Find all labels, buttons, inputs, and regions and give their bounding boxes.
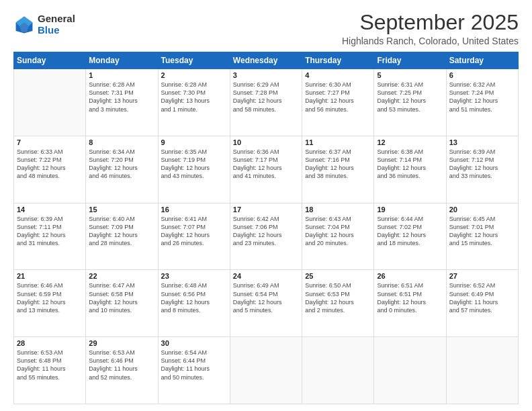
day-number: 27 — [449, 272, 515, 280]
day-number: 7 — [17, 138, 83, 146]
day-info: Sunrise: 6:40 AM Sunset: 7:09 PM Dayligh… — [89, 216, 138, 246]
calendar-cell: 9Sunrise: 6:35 AM Sunset: 7:19 PM Daylig… — [158, 136, 230, 203]
day-info: Sunrise: 6:37 AM Sunset: 7:16 PM Dayligh… — [305, 148, 354, 179]
day-number: 13 — [449, 138, 515, 146]
day-number: 8 — [89, 138, 154, 146]
col-wednesday: Wednesday — [230, 52, 302, 69]
calendar-cell: 5Sunrise: 6:31 AM Sunset: 7:25 PM Daylig… — [374, 69, 446, 136]
logo-icon — [13, 14, 35, 36]
page: General Blue September 2025 Highlands Ra… — [0, 0, 532, 411]
day-number: 19 — [377, 205, 443, 214]
calendar-cell: 22Sunrise: 6:47 AM Sunset: 6:58 PM Dayli… — [86, 270, 158, 337]
title-block: September 2025 Highlands Ranch, Colorado… — [342, 11, 519, 46]
calendar-week-4: 21Sunrise: 6:46 AM Sunset: 6:59 PM Dayli… — [14, 270, 519, 337]
day-info: Sunrise: 6:42 AM Sunset: 7:06 PM Dayligh… — [233, 216, 282, 246]
calendar-cell: 20Sunrise: 6:45 AM Sunset: 7:01 PM Dayli… — [446, 203, 518, 270]
logo: General Blue — [13, 13, 75, 36]
logo-general: General — [38, 13, 75, 25]
calendar-cell — [230, 337, 302, 404]
day-info: Sunrise: 6:34 AM Sunset: 7:20 PM Dayligh… — [89, 148, 138, 179]
day-number: 6 — [449, 71, 515, 79]
day-number: 25 — [305, 272, 371, 280]
calendar-week-5: 28Sunrise: 6:53 AM Sunset: 6:48 PM Dayli… — [14, 337, 519, 404]
day-number: 11 — [305, 138, 371, 146]
day-info: Sunrise: 6:38 AM Sunset: 7:14 PM Dayligh… — [377, 148, 426, 179]
day-number: 29 — [89, 339, 154, 347]
day-info: Sunrise: 6:46 AM Sunset: 6:59 PM Dayligh… — [17, 282, 66, 313]
calendar-header-row: Sunday Monday Tuesday Wednesday Thursday… — [14, 52, 519, 69]
calendar-cell: 7Sunrise: 6:33 AM Sunset: 7:22 PM Daylig… — [14, 136, 86, 203]
day-number: 24 — [233, 272, 299, 280]
calendar-cell: 8Sunrise: 6:34 AM Sunset: 7:20 PM Daylig… — [86, 136, 158, 203]
calendar-cell — [302, 337, 374, 404]
calendar-week-3: 14Sunrise: 6:39 AM Sunset: 7:11 PM Dayli… — [14, 203, 519, 270]
day-number: 9 — [161, 138, 227, 146]
calendar-cell: 6Sunrise: 6:32 AM Sunset: 7:24 PM Daylig… — [446, 69, 518, 136]
calendar-week-2: 7Sunrise: 6:33 AM Sunset: 7:22 PM Daylig… — [14, 136, 519, 203]
day-info: Sunrise: 6:39 AM Sunset: 7:11 PM Dayligh… — [17, 216, 66, 246]
day-number: 23 — [161, 272, 227, 280]
logo-blue: Blue — [38, 25, 75, 36]
calendar-cell: 10Sunrise: 6:36 AM Sunset: 7:17 PM Dayli… — [230, 136, 302, 203]
calendar-cell: 13Sunrise: 6:39 AM Sunset: 7:12 PM Dayli… — [446, 136, 518, 203]
calendar-cell: 29Sunrise: 6:53 AM Sunset: 6:46 PM Dayli… — [86, 337, 158, 404]
day-number: 21 — [17, 272, 83, 280]
calendar-cell: 26Sunrise: 6:51 AM Sunset: 6:51 PM Dayli… — [374, 270, 446, 337]
day-number: 22 — [89, 272, 154, 280]
col-tuesday: Tuesday — [158, 52, 230, 69]
calendar-table: Sunday Monday Tuesday Wednesday Thursday… — [13, 52, 519, 404]
day-info: Sunrise: 6:41 AM Sunset: 7:07 PM Dayligh… — [161, 216, 210, 246]
calendar-cell: 14Sunrise: 6:39 AM Sunset: 7:11 PM Dayli… — [14, 203, 86, 270]
day-info: Sunrise: 6:35 AM Sunset: 7:19 PM Dayligh… — [161, 148, 210, 179]
day-info: Sunrise: 6:36 AM Sunset: 7:17 PM Dayligh… — [233, 148, 282, 179]
day-info: Sunrise: 6:51 AM Sunset: 6:51 PM Dayligh… — [377, 282, 426, 313]
calendar-cell: 1Sunrise: 6:28 AM Sunset: 7:31 PM Daylig… — [86, 69, 158, 136]
day-info: Sunrise: 6:30 AM Sunset: 7:27 PM Dayligh… — [305, 81, 354, 112]
day-number: 10 — [233, 138, 299, 146]
logo-text: General Blue — [38, 13, 75, 36]
day-info: Sunrise: 6:48 AM Sunset: 6:56 PM Dayligh… — [161, 282, 210, 313]
day-info: Sunrise: 6:29 AM Sunset: 7:28 PM Dayligh… — [233, 81, 282, 112]
day-info: Sunrise: 6:28 AM Sunset: 7:31 PM Dayligh… — [89, 81, 138, 112]
day-number: 18 — [305, 205, 371, 214]
calendar-cell: 16Sunrise: 6:41 AM Sunset: 7:07 PM Dayli… — [158, 203, 230, 270]
calendar-cell: 15Sunrise: 6:40 AM Sunset: 7:09 PM Dayli… — [86, 203, 158, 270]
day-info: Sunrise: 6:49 AM Sunset: 6:54 PM Dayligh… — [233, 282, 282, 313]
col-saturday: Saturday — [446, 52, 518, 69]
header: General Blue September 2025 Highlands Ra… — [13, 11, 519, 46]
day-number: 12 — [377, 138, 443, 146]
day-info: Sunrise: 6:54 AM Sunset: 6:44 PM Dayligh… — [161, 349, 210, 380]
calendar-cell: 25Sunrise: 6:50 AM Sunset: 6:53 PM Dayli… — [302, 270, 374, 337]
calendar-cell: 27Sunrise: 6:52 AM Sunset: 6:49 PM Dayli… — [446, 270, 518, 337]
day-info: Sunrise: 6:45 AM Sunset: 7:01 PM Dayligh… — [449, 216, 498, 246]
day-number: 4 — [305, 71, 371, 79]
day-info: Sunrise: 6:33 AM Sunset: 7:22 PM Dayligh… — [17, 148, 66, 179]
day-number: 30 — [161, 339, 227, 347]
calendar-cell: 11Sunrise: 6:37 AM Sunset: 7:16 PM Dayli… — [302, 136, 374, 203]
day-info: Sunrise: 6:53 AM Sunset: 6:48 PM Dayligh… — [17, 349, 66, 380]
col-sunday: Sunday — [14, 52, 86, 69]
day-info: Sunrise: 6:32 AM Sunset: 7:24 PM Dayligh… — [449, 81, 498, 112]
calendar-cell: 2Sunrise: 6:28 AM Sunset: 7:30 PM Daylig… — [158, 69, 230, 136]
day-info: Sunrise: 6:43 AM Sunset: 7:04 PM Dayligh… — [305, 216, 354, 246]
day-info: Sunrise: 6:50 AM Sunset: 6:53 PM Dayligh… — [305, 282, 354, 313]
day-number: 2 — [161, 71, 227, 79]
calendar-week-1: 1Sunrise: 6:28 AM Sunset: 7:31 PM Daylig… — [14, 69, 519, 136]
day-number: 3 — [233, 71, 299, 79]
calendar-cell: 28Sunrise: 6:53 AM Sunset: 6:48 PM Dayli… — [14, 337, 86, 404]
col-friday: Friday — [374, 52, 446, 69]
calendar-cell: 21Sunrise: 6:46 AM Sunset: 6:59 PM Dayli… — [14, 270, 86, 337]
day-info: Sunrise: 6:52 AM Sunset: 6:49 PM Dayligh… — [449, 282, 498, 313]
col-thursday: Thursday — [302, 52, 374, 69]
calendar-cell — [446, 337, 518, 404]
day-number: 17 — [233, 205, 299, 214]
day-info: Sunrise: 6:53 AM Sunset: 6:46 PM Dayligh… — [89, 349, 138, 380]
calendar-cell: 18Sunrise: 6:43 AM Sunset: 7:04 PM Dayli… — [302, 203, 374, 270]
calendar-cell: 30Sunrise: 6:54 AM Sunset: 6:44 PM Dayli… — [158, 337, 230, 404]
calendar-subtitle: Highlands Ranch, Colorado, United States — [342, 36, 519, 46]
calendar-cell: 24Sunrise: 6:49 AM Sunset: 6:54 PM Dayli… — [230, 270, 302, 337]
day-number: 26 — [377, 272, 443, 280]
calendar-cell: 23Sunrise: 6:48 AM Sunset: 6:56 PM Dayli… — [158, 270, 230, 337]
calendar-title: September 2025 — [342, 11, 519, 34]
day-number: 1 — [89, 71, 154, 79]
